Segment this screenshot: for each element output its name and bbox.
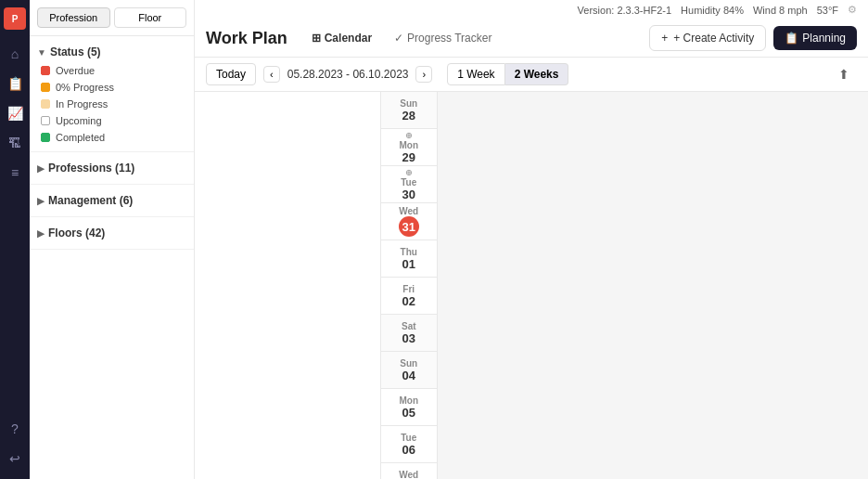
- col-header-tue30: ⊕ Tue 30: [381, 166, 439, 203]
- next-date-button[interactable]: ›: [415, 66, 432, 83]
- nav-analytics[interactable]: 📈: [2, 100, 28, 126]
- app-logo: P: [4, 7, 26, 30]
- upcoming-dot: [41, 116, 50, 125]
- col-header-mon05: Mon 05: [381, 389, 439, 426]
- sidebar: Profession Floor ▼ Status (5) Overdue 0%…: [30, 0, 195, 479]
- col-header-sun28: Sun 28: [381, 92, 439, 129]
- date-range-label: 05.28.2023 - 06.10.2023: [284, 68, 413, 81]
- professions-section: ▶ Professions (11): [30, 152, 194, 185]
- version-bar: Version: 2.3.3-HF2-1 Humidity 84% Wind 8…: [195, 0, 868, 19]
- version-label: Version: 2.3.3-HF2-1: [578, 5, 672, 16]
- date-navigation: ‹ 05.28.2023 - 06.10.2023 ›: [263, 66, 432, 83]
- col-header-mon29: ⊕ Mon 29: [381, 129, 439, 166]
- left-navigation: P ⌂ 📋 📈 🏗 ≡ ? ↩: [0, 0, 30, 479]
- col-header-wed31: Wed 31: [381, 203, 439, 240]
- nav-tasks[interactable]: 📋: [2, 71, 28, 97]
- tab-calendar[interactable]: ⊞ Calendar: [302, 28, 381, 48]
- floors-header[interactable]: ▶ Floors (42): [37, 223, 186, 243]
- prev-date-button[interactable]: ‹: [263, 66, 280, 83]
- nav-help[interactable]: ?: [2, 416, 28, 442]
- toolbar: Today ‹ 05.28.2023 - 06.10.2023 › 1 Week…: [195, 58, 868, 92]
- col-header-fri02: Fri 02: [381, 278, 439, 315]
- period-selector: 1 Week 2 Weeks: [447, 63, 568, 85]
- overdue-dot: [41, 66, 50, 75]
- floors-section: ▶ Floors (42): [30, 217, 194, 250]
- plus-icon: +: [661, 32, 668, 45]
- top-bar-right: + + Create Activity 📋 Planning: [649, 25, 857, 51]
- progress-tab-icon: ✓: [394, 32, 403, 45]
- status-in-progress[interactable]: In Progress: [37, 96, 186, 112]
- status-upcoming[interactable]: Upcoming: [37, 112, 186, 129]
- zero-dot: [41, 83, 50, 92]
- planning-button[interactable]: 📋 Planning: [773, 26, 857, 50]
- management-section: ▶ Management (6): [30, 185, 194, 217]
- top-bar: Work Plan ⊞ Calendar ✓ Progress Tracker …: [195, 19, 868, 58]
- one-week-button[interactable]: 1 Week: [447, 63, 504, 85]
- export-button[interactable]: ⬆: [831, 63, 857, 85]
- nav-projects[interactable]: 🏗: [2, 130, 28, 156]
- page-title: Work Plan: [206, 29, 287, 48]
- settings-icon[interactable]: ⚙: [848, 4, 857, 16]
- main-content: Version: 2.3.3-HF2-1 Humidity 84% Wind 8…: [195, 0, 868, 479]
- management-header[interactable]: ▶ Management (6): [37, 190, 186, 211]
- calendar-tab-icon: ⊞: [312, 32, 321, 45]
- status-arrow-icon: ▼: [37, 47, 46, 58]
- temp-label: 53°F: [817, 5, 838, 16]
- col-header-tue06: Tue 06: [381, 426, 439, 463]
- status-zero[interactable]: 0% Progress: [37, 79, 186, 96]
- two-weeks-button[interactable]: 2 Weeks: [505, 63, 569, 85]
- humidity-label: Humidity 84%: [681, 5, 744, 16]
- col-header-wed07: Wed 07: [381, 463, 439, 479]
- today-button[interactable]: Today: [206, 63, 256, 85]
- professions-header[interactable]: ▶ Professions (11): [37, 158, 186, 178]
- col-header-sun04: Sun 04: [381, 352, 439, 389]
- col-header-thu01: Thu 01: [381, 240, 439, 278]
- wind-label: Wind 8 mph: [753, 5, 808, 16]
- planning-icon: 📋: [785, 32, 798, 45]
- nav-logout[interactable]: ↩: [2, 446, 28, 472]
- floor-filter[interactable]: Floor: [114, 7, 187, 28]
- nav-layers[interactable]: ≡: [2, 160, 28, 186]
- status-overdue[interactable]: Overdue: [37, 62, 186, 79]
- status-completed[interactable]: Completed: [37, 129, 186, 146]
- filter-row: Profession Floor: [30, 0, 194, 36]
- in-progress-dot: [41, 99, 50, 109]
- top-bar-left: Work Plan ⊞ Calendar ✓ Progress Tracker: [206, 28, 501, 48]
- management-arrow-icon: ▶: [37, 196, 45, 206]
- status-section-header[interactable]: ▼ Status (5): [37, 42, 186, 62]
- create-activity-button[interactable]: + + Create Activity: [649, 25, 766, 51]
- floors-arrow-icon: ▶: [37, 228, 45, 239]
- professions-arrow-icon: ▶: [37, 163, 45, 174]
- completed-dot: [41, 133, 50, 142]
- tab-progress-tracker[interactable]: ✓ Progress Tracker: [385, 28, 501, 48]
- calendar-scroll-area[interactable]: Sun 28 ⊕ Mon 29 ⊕ Tue 30 Wed: [195, 92, 868, 479]
- status-section: ▼ Status (5) Overdue 0% Progress In Prog…: [30, 36, 194, 152]
- nav-home[interactable]: ⌂: [2, 41, 28, 67]
- status-section-label: Status (5): [50, 45, 101, 58]
- top-tabs: ⊞ Calendar ✓ Progress Tracker: [302, 28, 502, 48]
- profession-filter[interactable]: Profession: [37, 7, 110, 28]
- col-header-sat03: Sat 03: [381, 315, 439, 352]
